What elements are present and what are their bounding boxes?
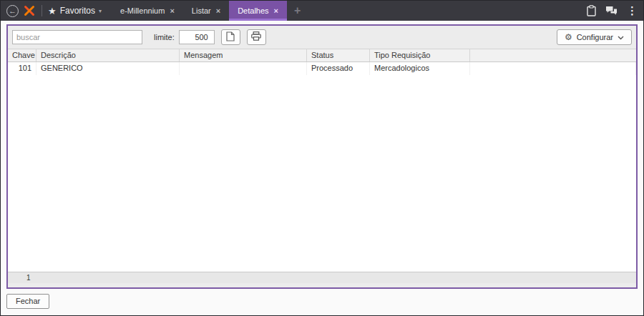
favorites-menu[interactable]: ★ Favoritos ▾ bbox=[48, 6, 102, 16]
chevron-down-icon bbox=[618, 33, 624, 41]
column-header-descricao[interactable]: Descrição bbox=[36, 49, 180, 61]
millennium-logo-icon[interactable] bbox=[24, 5, 35, 16]
chat-icon[interactable] bbox=[605, 6, 618, 16]
cell-tipo-requisicao: Mercadologicos bbox=[370, 62, 470, 75]
column-header-chave[interactable]: Chave bbox=[8, 49, 36, 61]
tab-e-millennium[interactable]: e-Millennium × bbox=[112, 1, 183, 21]
close-button[interactable]: Fechar bbox=[6, 294, 49, 309]
grid-body: 101 GENERICO Processado Mercadologicos bbox=[8, 62, 636, 272]
record-count: 1 bbox=[26, 274, 31, 282]
print-button[interactable] bbox=[247, 29, 266, 45]
chevron-down-icon: ▾ bbox=[99, 8, 102, 14]
limit-input[interactable] bbox=[179, 30, 215, 44]
gear-icon: ⚙ bbox=[565, 33, 572, 41]
column-header-empty bbox=[470, 49, 636, 61]
cell-mensagem bbox=[180, 62, 307, 75]
star-icon: ★ bbox=[48, 6, 57, 16]
search-input[interactable] bbox=[12, 30, 142, 44]
back-icon[interactable]: ← bbox=[6, 5, 19, 17]
favorites-label: Favoritos bbox=[60, 6, 95, 16]
clipboard-icon[interactable] bbox=[587, 5, 596, 16]
configure-button[interactable]: ⚙ Configurar bbox=[557, 29, 632, 45]
grid-footer: 1 bbox=[8, 272, 636, 283]
column-header-status[interactable]: Status bbox=[307, 49, 370, 61]
grid-header: Chave Descrição Mensagem Status Tipo Req… bbox=[8, 49, 636, 62]
printer-icon bbox=[251, 31, 261, 43]
column-header-tipo-requisicao[interactable]: Tipo Requisição bbox=[370, 49, 470, 61]
divider bbox=[42, 5, 42, 16]
export-button[interactable] bbox=[221, 29, 240, 45]
document-export-icon bbox=[226, 31, 235, 44]
cell-descricao: GENERICO bbox=[36, 62, 180, 75]
cell-empty bbox=[470, 62, 636, 75]
tab-listar[interactable]: Listar × bbox=[183, 1, 229, 21]
app-window: ← ★ Favoritos ▾ e-Millennium × Listar × … bbox=[0, 0, 644, 316]
cell-chave: 101 bbox=[8, 62, 36, 75]
tab-close-icon[interactable]: × bbox=[170, 6, 174, 15]
tab-label: Detalhes bbox=[238, 6, 268, 15]
tab-label: e-Millennium bbox=[120, 6, 165, 15]
configure-label: Configurar bbox=[577, 33, 613, 41]
kebab-menu-icon[interactable]: ⋮ bbox=[627, 4, 638, 17]
tab-label: Listar bbox=[192, 6, 211, 15]
add-tab-icon[interactable]: + bbox=[294, 4, 301, 17]
cell-status: Processado bbox=[307, 62, 370, 75]
topbar: ← ★ Favoritos ▾ e-Millennium × Listar × … bbox=[1, 1, 643, 21]
limit-label: limite: bbox=[154, 33, 175, 41]
grid-toolbar: limite: bbox=[8, 26, 636, 49]
tab-close-icon[interactable]: × bbox=[274, 6, 278, 15]
tab-close-icon[interactable]: × bbox=[216, 6, 220, 15]
tab-detalhes[interactable]: Detalhes × bbox=[229, 1, 287, 21]
table-row[interactable]: 101 GENERICO Processado Mercadologicos bbox=[8, 62, 636, 75]
topbar-actions: ⋮ bbox=[587, 4, 638, 17]
content-frame: limite: bbox=[6, 24, 638, 289]
column-header-mensagem[interactable]: Mensagem bbox=[180, 49, 307, 61]
